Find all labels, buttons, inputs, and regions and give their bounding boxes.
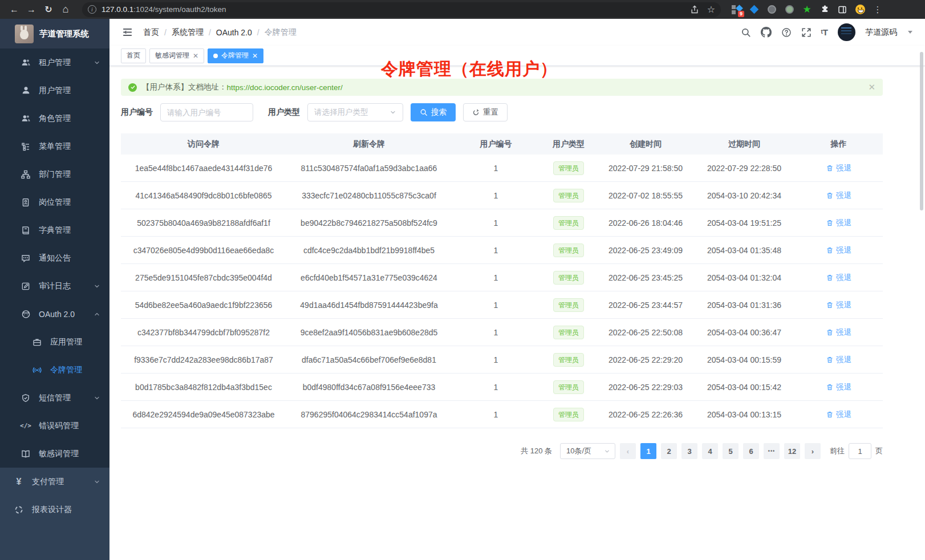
- col-user-type: 用户类型: [540, 139, 597, 149]
- sidebar-item-notice[interactable]: 通知公告: [0, 244, 109, 272]
- doc-link[interactable]: https://doc.iocoder.cn/user-center/: [227, 83, 343, 92]
- sidebar-item-oauth2-app[interactable]: 应用管理: [0, 328, 109, 356]
- cell-access-token: 1ea5e44f8bc1467aaede43144f31de76: [121, 164, 286, 173]
- breadcrumb-current: 令牌管理: [265, 27, 297, 38]
- sidebar-collapse-icon[interactable]: [122, 27, 133, 37]
- force-logout-button[interactable]: 强退: [826, 300, 851, 310]
- sidebar-item-user[interactable]: 用户管理: [0, 76, 109, 104]
- close-icon[interactable]: ✕: [252, 52, 258, 59]
- close-icon[interactable]: ✕: [193, 52, 198, 59]
- sidebar-item-audit-log[interactable]: 审计日志: [0, 272, 109, 300]
- breadcrumb-oauth2[interactable]: OAuth 2.0: [216, 28, 252, 37]
- page-button-6[interactable]: 6: [743, 443, 759, 459]
- user-name[interactable]: 芋道源码: [865, 27, 897, 38]
- page-button-1[interactable]: 1: [640, 443, 656, 459]
- alert-close-icon[interactable]: ✕: [868, 82, 875, 92]
- search-icon[interactable]: [741, 27, 751, 38]
- trash-icon: [826, 219, 834, 227]
- tab-sensitive-word[interactable]: 敏感词管理✕: [149, 48, 204, 63]
- force-logout-button[interactable]: 强退: [826, 355, 851, 365]
- force-logout-button[interactable]: 强退: [826, 245, 851, 255]
- app-logo[interactable]: 芋道管理系统: [0, 19, 109, 48]
- sidebar-item-tenant[interactable]: 租户管理: [0, 48, 109, 76]
- fullscreen-icon[interactable]: [801, 27, 812, 38]
- sidebar-item-post[interactable]: 岗位管理: [0, 188, 109, 216]
- force-logout-button[interactable]: 强退: [826, 273, 851, 283]
- tab-token[interactable]: 令牌管理✕: [208, 48, 263, 63]
- user-type-badge: 管理员: [553, 408, 584, 421]
- page-button-4[interactable]: 4: [702, 443, 718, 459]
- next-page-button[interactable]: ›: [805, 443, 821, 459]
- sidebar-item-error-code[interactable]: </> 错误码管理: [0, 412, 109, 440]
- page-size-select[interactable]: 10条/页: [560, 443, 615, 459]
- side-panel-icon[interactable]: [837, 5, 847, 15]
- scrollbar-thumb[interactable]: [920, 52, 923, 210]
- profile-avatar-icon[interactable]: [855, 5, 865, 15]
- browser-reload-button[interactable]: ↻: [40, 2, 57, 17]
- sidebar-item-dict[interactable]: 字典管理: [0, 216, 109, 244]
- sidebar-item-sms[interactable]: 短信管理: [0, 384, 109, 412]
- page-button-3[interactable]: 3: [681, 443, 697, 459]
- sidebar-item-payment[interactable]: ¥ 支付管理: [0, 468, 109, 496]
- user-type-select[interactable]: 请选择用户类型: [307, 103, 403, 121]
- github-icon[interactable]: [761, 27, 772, 38]
- force-logout-button[interactable]: 强退: [826, 327, 851, 338]
- briefcase-icon: [32, 337, 42, 347]
- user-menu-caret-icon[interactable]: [908, 31, 912, 34]
- browser-home-button[interactable]: ⌂: [57, 2, 74, 17]
- cell-access-token: 6d842e2924594de9a09e45e087323abe: [121, 410, 286, 419]
- page-button-12[interactable]: 12: [784, 443, 800, 459]
- force-logout-button[interactable]: 强退: [826, 382, 851, 392]
- font-size-icon[interactable]: ᵗT: [821, 27, 828, 37]
- tab-home[interactable]: 首页: [121, 48, 146, 63]
- force-logout-button[interactable]: 强退: [826, 409, 851, 420]
- cell-access-token: 54d6be82ee5a460a9aedc1f9bf223656: [121, 301, 286, 310]
- help-icon[interactable]: [781, 27, 792, 38]
- sidebar-item-sensitive-word[interactable]: 敏感词管理: [0, 440, 109, 468]
- address-bar[interactable]: i 127.0.0.1:1024/system/oauth2/token ☆: [82, 2, 721, 17]
- more-pages-button[interactable]: •••: [764, 443, 780, 459]
- prev-page-button[interactable]: ‹: [620, 443, 636, 459]
- browser-menu-icon[interactable]: ⋮: [873, 5, 883, 15]
- extension-icon-green-dot[interactable]: [784, 5, 794, 15]
- user-avatar[interactable]: [838, 23, 855, 41]
- force-logout-label: 强退: [836, 382, 851, 392]
- bookmark-star-icon[interactable]: ☆: [707, 4, 715, 15]
- cell-access-token: 502375b8040a469a9b82188afdf6af1f: [121, 218, 286, 228]
- sidebar-item-oauth2[interactable]: OAuth 2.0: [0, 300, 109, 328]
- site-info-icon[interactable]: i: [88, 5, 96, 14]
- sidebar-item-role[interactable]: 角色管理: [0, 104, 109, 132]
- search-button[interactable]: 搜索: [411, 103, 456, 121]
- extension-icon-gem[interactable]: [749, 5, 759, 15]
- browser-forward-button[interactable]: →: [23, 2, 40, 17]
- sidebar-item-label: 角色管理: [39, 113, 71, 124]
- reset-button[interactable]: 重置: [463, 103, 508, 121]
- sidebar-item-report-designer[interactable]: 报表设计器: [0, 496, 109, 524]
- breadcrumb-home[interactable]: 首页: [143, 27, 159, 38]
- cell-user-id: 1: [452, 164, 540, 173]
- extension-icon-grid[interactable]: 9: [731, 5, 741, 15]
- sidebar-item-dept[interactable]: 部门管理: [0, 160, 109, 188]
- extension-icon-puzzle[interactable]: [819, 5, 830, 15]
- browser-back-button[interactable]: ←: [6, 2, 23, 17]
- tab-label: 首页: [127, 51, 140, 60]
- page-button-5[interactable]: 5: [723, 443, 739, 459]
- table-row: 502375b8040a469a9b82188afdf6af1f be90422…: [121, 209, 883, 237]
- announcement-icon: [21, 253, 31, 263]
- sidebar-item-menu[interactable]: 菜单管理: [0, 132, 109, 160]
- page-button-2[interactable]: 2: [661, 443, 677, 459]
- user-type-badge: 管理员: [553, 353, 584, 367]
- search-icon: [420, 108, 428, 116]
- extension-icon-green-star[interactable]: ★: [802, 5, 812, 15]
- sidebar-item-label: 敏感词管理: [39, 449, 79, 459]
- cell-create-time: 2022-06-25 22:26:36: [597, 410, 694, 419]
- force-logout-button[interactable]: 强退: [826, 163, 851, 173]
- extension-icon-wheel[interactable]: [766, 5, 777, 15]
- breadcrumb-system[interactable]: 系统管理: [172, 27, 204, 38]
- goto-page-input[interactable]: [849, 443, 871, 459]
- user-id-input[interactable]: [160, 103, 253, 121]
- force-logout-button[interactable]: 强退: [826, 218, 851, 228]
- force-logout-button[interactable]: 强退: [826, 190, 851, 201]
- share-icon[interactable]: [690, 5, 699, 14]
- sidebar-item-oauth2-token[interactable]: 令牌管理: [0, 356, 109, 384]
